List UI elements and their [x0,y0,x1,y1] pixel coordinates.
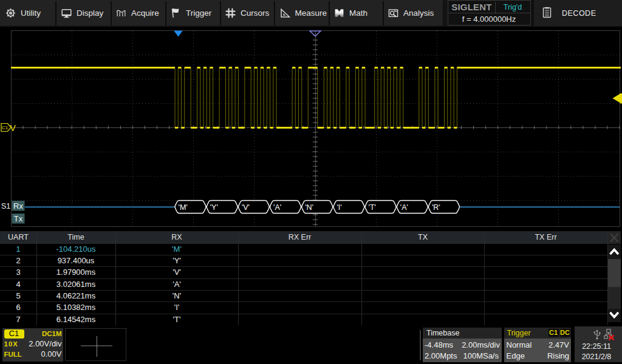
svg-text:'A': 'A' [400,203,408,212]
svg-text:'T': 'T' [369,203,376,212]
svg-text:Rx: Rx [13,201,23,211]
svg-text:'I': 'I' [337,203,341,212]
svg-text:Tx: Tx [14,214,23,223]
svg-text:'N': 'N' [305,203,313,212]
svg-text:'Y': 'Y' [210,203,218,212]
svg-text:'R': 'R' [432,203,440,212]
svg-text:V: V [10,123,16,133]
svg-text:S1: S1 [1,202,10,211]
svg-text:'V': 'V' [242,203,250,212]
svg-text:'A': 'A' [273,203,281,212]
svg-text:C1: C1 [2,125,9,130]
svg-text:'M': 'M' [179,203,188,212]
